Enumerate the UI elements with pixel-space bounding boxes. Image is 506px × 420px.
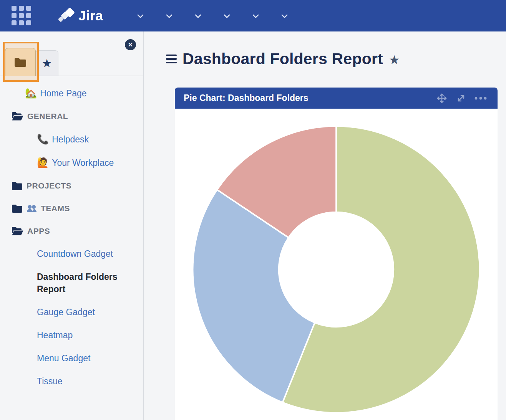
folder-open-icon	[12, 112, 23, 121]
navbar-menu	[133, 13, 288, 18]
gadget-body	[175, 109, 498, 414]
nav-item-boards[interactable]	[219, 13, 230, 18]
gadget-header-icons	[436, 93, 487, 104]
jira-logo-icon	[58, 7, 75, 24]
gadget-header[interactable]: Pie Chart: Dashboard Folders	[175, 88, 498, 109]
person-raising-hand-icon: 🙋	[37, 157, 49, 168]
sidebar-folder-tree: 🏡Home PageGENERAL📞Helpdesk🙋Your Workplac…	[0, 76, 143, 387]
pie-chart-gadget: Pie Chart: Dashboard Folders	[175, 88, 498, 420]
sidebar-tabbar: ★ ✕	[0, 31, 143, 76]
sidebar-item-label: Your Workplace	[52, 158, 114, 168]
expand-icon[interactable]	[456, 93, 466, 103]
sidebar-item-label: Heatmap	[37, 330, 73, 340]
phone-icon: 📞	[37, 134, 49, 144]
chevron-down-icon	[281, 14, 288, 18]
chevron-down-icon	[224, 14, 230, 18]
star-icon: ★	[42, 56, 52, 70]
move-icon[interactable]	[436, 93, 448, 104]
folder-icon	[14, 57, 27, 68]
sidebar-item-label: Helpdesk	[52, 134, 89, 144]
chevron-down-icon	[195, 14, 201, 18]
sidebar-item-menu-gadget[interactable]: Menu Gadget	[0, 352, 143, 364]
close-icon[interactable]: ✕	[125, 39, 136, 50]
sidebar-item-label: TEAMS	[41, 202, 70, 215]
sidebar-section-teams: TEAMS	[0, 202, 143, 215]
sidebar-item-helpdesk[interactable]: 📞Helpdesk	[0, 133, 143, 146]
nav-item-more[interactable]	[277, 13, 288, 18]
folder-closed-icon	[12, 182, 23, 190]
jira-logo[interactable]: Jira	[58, 7, 103, 24]
sidebar-section-projects: PROJECTS	[0, 180, 143, 192]
nav-item-issues[interactable]	[191, 13, 201, 18]
main-content: Dashboard Folders Report ★ Pie Chart: Da…	[144, 31, 506, 420]
folder-closed-icon	[12, 204, 23, 213]
sidebar-section-apps: APPS	[0, 225, 143, 237]
sidebar-item-label: Gauge Gadget	[37, 307, 95, 317]
favorite-star-icon[interactable]: ★	[389, 53, 400, 67]
nav-item-projects[interactable]	[162, 13, 173, 18]
folder-open-icon	[12, 227, 23, 236]
chevron-down-icon	[166, 14, 173, 18]
sidebar-item-home-page[interactable]: 🏡Home Page	[0, 87, 143, 99]
donut-chart	[191, 125, 481, 414]
gadget-title: Pie Chart: Dashboard Folders	[184, 93, 436, 103]
nav-item-dashboards[interactable]	[133, 13, 144, 18]
page-header: Dashboard Folders Report ★	[166, 50, 506, 68]
tab-favorites[interactable]: ★	[35, 50, 58, 76]
app-switcher-icon[interactable]	[12, 6, 32, 26]
jira-logo-text: Jira	[78, 8, 103, 23]
people-icon	[27, 205, 37, 212]
sidebar-section-general: GENERAL	[0, 110, 143, 122]
chevron-down-icon	[137, 14, 144, 18]
ellipsis-icon[interactable]	[474, 97, 487, 100]
top-navbar: Jira	[0, 0, 506, 31]
chevron-down-icon	[252, 14, 259, 18]
sidebar-item-dashboard-folders-report[interactable]: Dashboard Folders Report	[0, 271, 143, 295]
sidebar-item-heatmap[interactable]: Heatmap	[0, 329, 143, 341]
sidebar-item-countdown-gadget[interactable]: Countdown Gadget	[0, 248, 143, 260]
house-icon: 🏡	[25, 88, 37, 98]
tab-folders[interactable]	[5, 48, 36, 76]
sidebar-item-gauge-gadget[interactable]: Gauge Gadget	[0, 306, 143, 318]
sidebar-item-label: Home Page	[40, 88, 86, 98]
sidebar-item-label: APPS	[27, 225, 50, 237]
sidebar-item-label: Menu Gadget	[37, 353, 90, 363]
sidebar-item-label: Dashboard Folders Report	[37, 272, 118, 294]
sidebar-item-tissue[interactable]: Tissue	[0, 375, 143, 387]
nav-item-plans[interactable]	[248, 13, 259, 18]
sidebar-item-label: PROJECTS	[27, 180, 71, 192]
sidebar: ★ ✕ 🏡Home PageGENERAL📞Helpdesk🙋Your Work…	[0, 31, 144, 420]
sidebar-item-label: Tissue	[37, 376, 63, 386]
sidebar-item-your-workplace[interactable]: 🙋Your Workplace	[0, 156, 143, 169]
hamburger-icon[interactable]	[166, 55, 177, 64]
sidebar-item-label: GENERAL	[27, 110, 68, 122]
page-title: Dashboard Folders Report	[182, 50, 383, 68]
sidebar-item-label: Countdown Gadget	[37, 249, 113, 259]
